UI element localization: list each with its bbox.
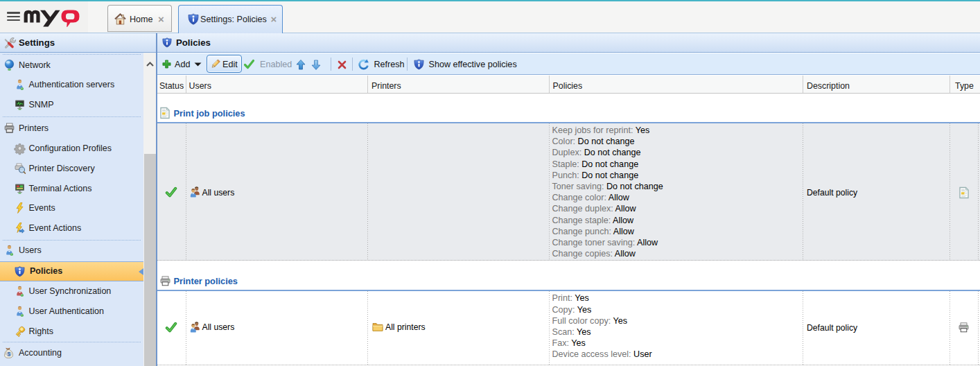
svg-text:$: $: [8, 351, 10, 357]
